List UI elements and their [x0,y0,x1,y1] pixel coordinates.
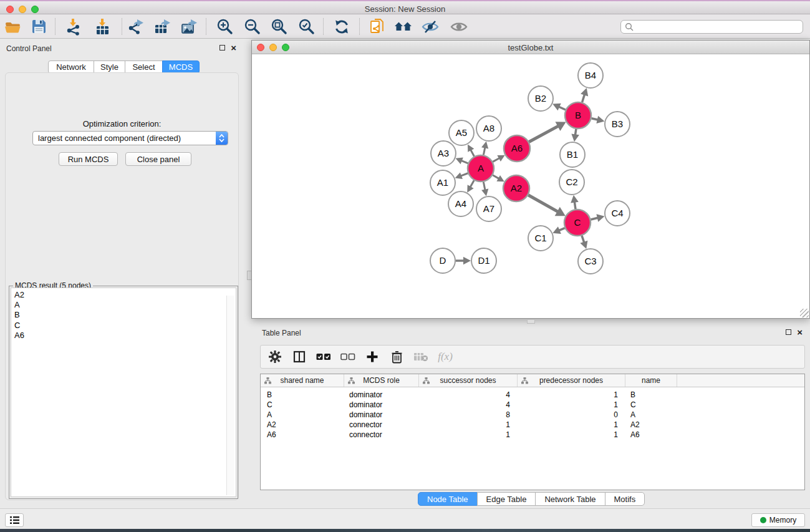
network-graph[interactable]: AA1A2A3A4A5A6A7A8BB1B2B3B4CC1C2C3C4DD1 [252,55,809,318]
node-B1[interactable]: B1 [560,142,585,167]
node-A6[interactable]: A6 [504,135,530,162]
node-B4[interactable]: B4 [578,63,603,88]
tab-motifs[interactable]: Motifs [605,492,645,506]
edge-A-A7[interactable] [481,182,488,196]
main-titlebar[interactable]: Session: New Session [0,1,810,14]
network-window-titlebar[interactable]: testGlobe.txt [252,41,809,54]
edge-A-A8[interactable] [481,142,488,155]
table-settings-button[interactable] [267,349,283,365]
create-column-button[interactable] [364,349,380,365]
zoom-in-button[interactable] [214,16,236,37]
import-network-button[interactable] [62,16,85,37]
memory-button[interactable]: Memory [751,513,805,527]
delete-column-button[interactable] [388,349,405,365]
tab-select[interactable]: Select [125,60,163,74]
criterion-dropdown[interactable]: largest connected component (directed) [32,131,228,145]
node-C4[interactable]: C4 [605,201,630,226]
list-item[interactable]: B [14,310,236,320]
node-D[interactable]: D [430,248,455,273]
deselect-all-columns-button[interactable] [340,349,356,365]
node-B[interactable]: B [565,102,591,128]
node-C2[interactable]: C2 [559,170,584,195]
node-B2[interactable]: B2 [528,86,553,111]
table-row[interactable]: C dominator 4 1 C [261,400,804,410]
tab-network-table[interactable]: Network Table [535,492,605,506]
column-header-predecessor-nodes[interactable]: predecessor nodes [518,374,625,387]
hide-selected-button[interactable] [419,16,441,37]
column-header-successor-nodes[interactable]: successor nodes [419,374,518,387]
tab-edge-table[interactable]: Edge Table [477,492,536,506]
edge-A2-C[interactable] [528,195,566,216]
list-item[interactable]: A2 [14,290,236,300]
select-all-columns-button[interactable] [316,349,332,365]
table-row[interactable]: B dominator 4 1 B [261,390,804,400]
new-network-from-selection-button[interactable] [366,16,388,37]
import-table-button[interactable] [92,16,114,37]
edge-B-B3[interactable] [591,116,604,123]
edge-C-C4[interactable] [591,214,604,221]
export-table-button[interactable] [151,16,173,37]
tab-mcds[interactable]: MCDS [162,60,200,74]
node-A4[interactable]: A4 [448,191,473,216]
node-B3[interactable]: B3 [605,112,630,137]
edge-A-A6[interactable] [493,155,504,162]
edge-A-A1[interactable] [455,172,468,179]
node-D1[interactable]: D1 [471,248,496,273]
node-A2[interactable]: A2 [503,175,529,201]
column-header-shared-name[interactable]: shared name [261,374,344,387]
edge-C-C1[interactable] [552,226,564,234]
node-A3[interactable]: A3 [431,141,456,166]
export-image-button[interactable] [178,16,200,37]
edge-A6-B[interactable] [529,122,566,142]
export-network-button[interactable] [125,16,147,37]
tab-node-table[interactable]: Node Table [418,492,478,506]
network-view-window[interactable]: testGlobe.txt AA1A2A3A4A5A6A7A8BB1B2B3B4… [251,40,810,319]
node-A1[interactable]: A1 [430,170,455,195]
edge-A-A4[interactable] [467,180,474,193]
list-item[interactable]: A [14,300,236,310]
horizontal-split-grip[interactable] [527,319,535,324]
save-session-button[interactable] [27,16,50,37]
edge-B-B1[interactable] [571,129,579,142]
tab-network[interactable]: Network [48,60,94,74]
node-A[interactable]: A [468,155,494,181]
show-column-panel-button[interactable] [291,349,307,365]
node-A7[interactable]: A7 [476,196,501,221]
show-all-button[interactable] [448,16,470,37]
show-panels-button[interactable] [5,513,24,527]
table-row[interactable]: A2 connector 1 1 A2 [261,420,804,430]
window-resize-grip[interactable] [800,309,809,317]
node-C3[interactable]: C3 [578,249,603,274]
close-panel-icon[interactable]: × [797,329,803,335]
node-A5[interactable]: A5 [449,120,474,145]
zoom-selected-button[interactable] [296,16,318,37]
network-canvas[interactable]: AA1A2A3A4A5A6A7A8BB1B2B3B4CC1C2C3C4DD1 [252,55,809,318]
list-scrollbar[interactable] [226,296,234,495]
node-C[interactable]: C [564,210,591,236]
edge-C-C2[interactable] [571,195,579,209]
column-header-mcds-role[interactable]: MCDS role [344,374,419,387]
close-panel-button[interactable]: Close panel [125,152,191,166]
float-panel-icon[interactable] [786,329,791,335]
refresh-button[interactable] [330,16,353,37]
run-mcds-button[interactable]: Run MCDS [59,152,118,166]
zoom-fit-button[interactable] [268,16,291,37]
table-row[interactable]: A6 connector 1 1 A6 [261,430,804,440]
open-session-button[interactable] [1,16,24,37]
edge-A-A5[interactable] [468,144,474,156]
edge-A-A3[interactable] [455,158,468,165]
edge-A-A2[interactable] [493,175,504,181]
node-A8[interactable]: A8 [476,116,501,141]
node-table[interactable]: shared name MCDS role [260,374,805,490]
mcds-result-list[interactable]: A2 A B C A6 [11,288,236,497]
float-panel-icon[interactable] [219,45,225,51]
search-box[interactable] [620,20,803,34]
edge-C-C3[interactable] [580,236,587,249]
list-item[interactable]: C [14,321,236,331]
zoom-out-button[interactable] [241,16,264,37]
edge-B-B2[interactable] [552,104,566,111]
table-row[interactable]: A dominator 8 0 A [261,410,804,420]
list-item[interactable]: A6 [14,331,236,341]
edge-B-B4[interactable] [581,88,588,102]
close-panel-icon[interactable]: × [231,45,236,51]
